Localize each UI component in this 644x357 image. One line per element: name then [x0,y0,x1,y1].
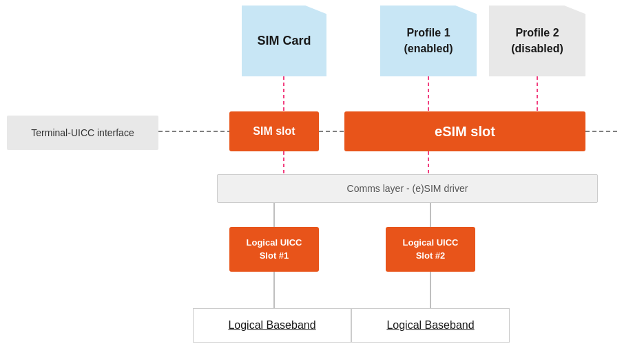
logical-baseband2-label: Logical Baseband [386,319,474,332]
profile1-label: Profile 1(enabled) [404,25,453,56]
logical-baseband1-box: Logical Baseband [193,308,351,343]
esim-slot-box: eSIM slot [344,111,585,151]
logical-uicc2-box: Logical UICCSlot #2 [386,227,475,272]
sim-card-box: SIM Card [242,6,326,76]
comms-layer-box: Comms layer - (e)SIM driver [217,174,598,203]
sim-card-label: SIM Card [257,33,311,49]
comms-layer-label: Comms layer - (e)SIM driver [347,183,468,194]
sim-slot-box: SIM slot [229,111,319,151]
logical-uicc1-label: Logical UICCSlot #1 [247,237,302,261]
logical-baseband1-label: Logical Baseband [228,319,315,332]
profile2-box: Profile 2(disabled) [489,6,585,76]
profile1-box: Profile 1(enabled) [380,6,477,76]
terminal-uicc-box: Terminal-UICC interface [7,116,158,150]
logical-uicc1-box: Logical UICCSlot #1 [229,227,319,272]
diagram-container: SIM Card Profile 1(enabled) Profile 2(di… [0,0,644,357]
sim-slot-label: SIM slot [253,125,295,138]
esim-slot-label: eSIM slot [435,124,495,140]
terminal-uicc-label: Terminal-UICC interface [31,127,134,138]
profile2-label: Profile 2(disabled) [511,25,563,56]
logical-uicc2-label: Logical UICCSlot #2 [403,237,459,261]
logical-baseband2-box: Logical Baseband [351,308,510,343]
